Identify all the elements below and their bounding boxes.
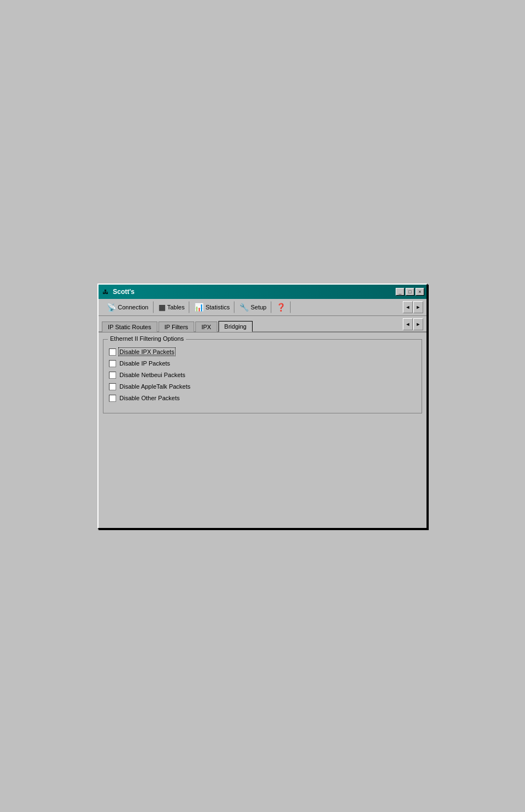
toolbar-nav: ◄ ► bbox=[403, 301, 423, 313]
label-disable-ipx: Disable IPX Packets bbox=[119, 348, 174, 355]
group-box-legend: Ethernet II Filtering Options bbox=[108, 335, 186, 342]
toolbar-nav-back[interactable]: ◄ bbox=[403, 301, 413, 313]
toolbar: 📡 Connection ▦ Tables 📊 Statistics 🔧 Set… bbox=[99, 299, 426, 316]
tabs-nav-forward[interactable]: ► bbox=[413, 318, 423, 330]
extra-icon: ❓ bbox=[276, 303, 286, 312]
tab-ip-static-routes[interactable]: IP Static Routes bbox=[102, 321, 157, 332]
checkbox-row-disable-appletalk[interactable]: Disable AppleTalk Packets bbox=[109, 383, 416, 390]
tab-ip-filters[interactable]: IP Filters bbox=[158, 321, 194, 332]
restore-button[interactable]: □ bbox=[406, 288, 414, 296]
checkbox-row-disable-other[interactable]: Disable Other Packets bbox=[109, 395, 416, 402]
checkbox-disable-appletalk[interactable] bbox=[109, 383, 116, 390]
tables-label: Tables bbox=[167, 304, 185, 310]
checkbox-row-disable-netbeui[interactable]: Disable Netbeui Packets bbox=[109, 372, 416, 379]
checkbox-disable-ip[interactable] bbox=[109, 360, 116, 367]
content-area: Ethernet II Filtering Options Disable IP… bbox=[99, 331, 426, 528]
main-window: 🖧 Scott's _ □ × 📡 Connection ▦ Tables 📊 … bbox=[97, 284, 428, 529]
connection-icon: 📡 bbox=[107, 303, 116, 312]
minimize-button[interactable]: _ bbox=[396, 288, 404, 296]
tab-bridging[interactable]: Bridging bbox=[218, 321, 253, 332]
tabs-nav: ◄ ► bbox=[403, 318, 423, 330]
toolbar-item-tables[interactable]: ▦ Tables bbox=[154, 301, 190, 313]
setup-label: Setup bbox=[250, 304, 266, 310]
connection-label: Connection bbox=[118, 304, 149, 310]
statistics-label: Statistics bbox=[205, 304, 229, 310]
statistics-icon: 📊 bbox=[194, 303, 204, 312]
toolbar-nav-forward[interactable]: ► bbox=[413, 301, 423, 313]
window-title: Scott's bbox=[113, 288, 135, 296]
label-disable-appletalk: Disable AppleTalk Packets bbox=[119, 383, 190, 390]
title-bar-left: 🖧 Scott's bbox=[101, 287, 135, 296]
ethernet-filtering-group: Ethernet II Filtering Options Disable IP… bbox=[103, 339, 422, 413]
checkbox-disable-netbeui[interactable] bbox=[109, 372, 116, 379]
toolbar-item-connection[interactable]: 📡 Connection bbox=[102, 301, 154, 313]
checkbox-disable-ipx[interactable] bbox=[109, 348, 116, 356]
tab-ipx[interactable]: IPX bbox=[195, 321, 217, 332]
close-button[interactable]: × bbox=[415, 288, 424, 296]
bottom-area bbox=[103, 413, 422, 524]
toolbar-item-setup[interactable]: 🔧 Setup bbox=[234, 301, 271, 313]
checkbox-row-disable-ipx[interactable]: Disable IPX Packets bbox=[109, 348, 416, 356]
label-disable-netbeui: Disable Netbeui Packets bbox=[119, 372, 185, 378]
checkbox-row-disable-ip[interactable]: Disable IP Packets bbox=[109, 360, 416, 367]
title-buttons: _ □ × bbox=[396, 288, 424, 296]
toolbar-item-extra[interactable]: ❓ bbox=[271, 301, 291, 313]
label-disable-ip: Disable IP Packets bbox=[119, 360, 170, 367]
tabs-nav-back[interactable]: ◄ bbox=[403, 318, 413, 330]
label-disable-other: Disable Other Packets bbox=[119, 395, 179, 401]
tabs-row: IP Static Routes IP Filters IPX Bridging… bbox=[99, 316, 426, 331]
tables-icon: ▦ bbox=[158, 303, 166, 312]
toolbar-item-statistics[interactable]: 📊 Statistics bbox=[189, 301, 234, 313]
title-bar: 🖧 Scott's _ □ × bbox=[99, 285, 426, 299]
setup-icon: 🔧 bbox=[239, 303, 249, 312]
window-icon: 🖧 bbox=[101, 287, 110, 296]
checkbox-disable-other[interactable] bbox=[109, 395, 116, 402]
